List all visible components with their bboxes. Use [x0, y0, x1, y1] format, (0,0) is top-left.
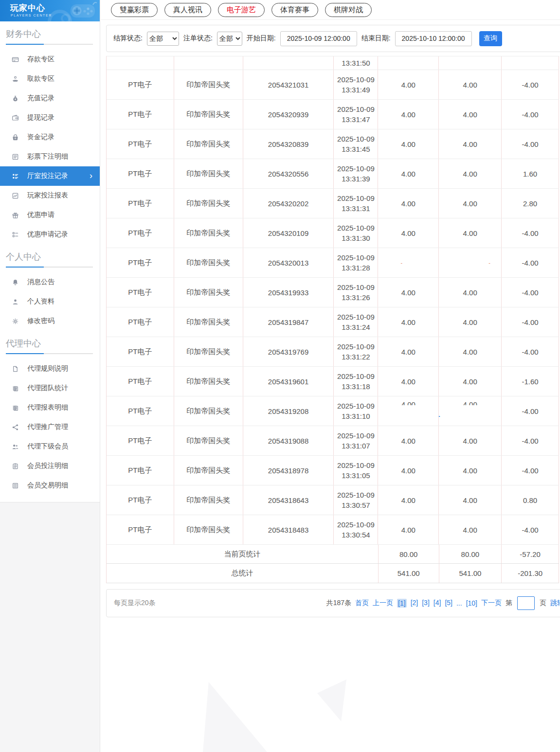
partial-time-cell: 13:31:50: [334, 56, 378, 70]
bet-amount-cell: 4.00: [378, 100, 439, 129]
sidebar-item-recharge-records[interactable]: 充值记录 ›: [0, 89, 100, 108]
sidebar-item-agent-sub-members[interactable]: 代理下级会员 ›: [0, 437, 100, 456]
time-cell: 2025-10-0913:31:10: [334, 396, 378, 426]
winloss-cell: -4.00: [502, 100, 559, 129]
sidebar-item-withdrawal-records[interactable]: 提现记录 ›: [0, 108, 100, 127]
sidebar-item-agent-team-stats[interactable]: 代理团队统计 ›: [0, 378, 100, 398]
sidebar-item-member-transactions[interactable]: 会员交易明细 ›: [0, 476, 100, 495]
order-number-cell: 2054320013: [243, 248, 334, 277]
user-icon: [11, 298, 19, 305]
settle-status-select[interactable]: 全部: [147, 32, 179, 46]
sidebar-item-agent-report-details[interactable]: 代理报表明细 ›: [0, 398, 100, 417]
first-page-link[interactable]: 首页: [355, 599, 369, 608]
time-cell: 2025-10-0913:30:54: [334, 515, 378, 544]
page-summary-row: 当前页统计 80.00 80.00 -57.20: [107, 544, 559, 564]
pagination-bar: 每页显示20条 共187条 首页 上一页 [1][2][3][4][5] ...…: [106, 589, 560, 617]
game-cell: 印加帝国头奖: [174, 307, 243, 337]
sidebar-item-agent-rules[interactable]: 代理规则说明 ›: [0, 359, 100, 378]
total-summary-valid: 541.00: [439, 564, 502, 583]
valid-amount-cell: 4.00: [439, 129, 502, 159]
table-row: PT电子 印加帝国头奖 2054319847 2025-10-0913:31:2…: [107, 307, 559, 337]
page-summary-winloss: -57.20: [502, 545, 559, 563]
report-icon: [11, 404, 19, 412]
users-icon: [11, 443, 19, 450]
sidebar-item-messages[interactable]: 消息公告 ›: [0, 272, 100, 292]
order-number-cell: 2054320109: [243, 218, 334, 248]
order-number-cell: 2054318978: [243, 456, 334, 485]
time-cell: 2025-10-0913:31:07: [334, 426, 378, 455]
tab-slots[interactable]: 电子游艺: [218, 3, 265, 17]
sidebar: 玩家中心 PLAYERS CENTER 财务中心 存款专区 › 取款专区 › 充…: [0, 0, 100, 752]
jump-page-input[interactable]: [517, 596, 535, 610]
winloss-cell: 1.60: [502, 159, 559, 188]
sidebar-item-agent-promotion[interactable]: 代理推广管理 ›: [0, 417, 100, 437]
page-link-10[interactable]: [10]: [466, 599, 477, 607]
doc-lines-icon: [11, 153, 19, 161]
order-number-cell: 2054319847: [243, 307, 334, 337]
sidebar-item-promo-apply[interactable]: 优惠申请 ›: [0, 205, 100, 225]
app-title: 玩家中心: [10, 2, 45, 14]
valid-amount-cell: 4.00: [439, 278, 502, 307]
start-date-input[interactable]: [280, 31, 357, 46]
glitch-dash: -: [439, 413, 440, 419]
clipped-value: 4.00: [463, 401, 477, 405]
sidebar-item-funds-records[interactable]: 资金记录 ›: [0, 127, 100, 147]
pager-ellipsis: ...: [456, 599, 462, 607]
card-icon: [11, 55, 19, 63]
page-link-3[interactable]: [3]: [422, 599, 430, 608]
page-link-4[interactable]: [4]: [434, 599, 441, 608]
bet-amount-cell: 4.00: [378, 337, 439, 366]
sidebar-item-withdraw-zone[interactable]: 取款专区 ›: [0, 69, 100, 89]
time-cell: 2025-10-0913:31:24: [334, 307, 378, 337]
game-cell: 印加帝国头奖: [174, 396, 243, 426]
platform-cell: PT电子: [107, 396, 174, 426]
sidebar-item-promo-apply-records[interactable]: 优惠申请记录 ›: [0, 225, 100, 244]
tab-lottery[interactable]: 雙赢彩票: [111, 3, 158, 17]
query-button[interactable]: 查询: [479, 31, 502, 46]
total-summary-label: 总统计: [107, 564, 379, 583]
valid-amount-cell: 4.00: [439, 218, 502, 248]
winloss-cell: -4.00: [502, 337, 559, 366]
winloss-cell: -1.60: [502, 367, 559, 396]
bet-amount-cell: 4.00: [378, 367, 439, 396]
page-link-5[interactable]: [5]: [445, 599, 452, 608]
bet-amount-cell: 4.00: [378, 189, 439, 218]
sidebar-item-deposit-zone[interactable]: 存款专区 ›: [0, 50, 100, 69]
purse-icon: [11, 133, 19, 141]
valid-amount-cell: 4.00: [439, 456, 502, 485]
section-underline: [6, 44, 93, 45]
tab-live-casino[interactable]: 真人视讯: [164, 3, 211, 17]
end-date-input[interactable]: [395, 31, 472, 46]
page-link-1[interactable]: [1]: [397, 599, 407, 608]
section-underline: [6, 353, 93, 354]
sidebar-item-hall-bet-records[interactable]: 厅室投注记录 ›: [0, 166, 100, 186]
platform-cell: PT电子: [107, 367, 174, 396]
page-link-2[interactable]: [2]: [411, 599, 418, 608]
jump-button[interactable]: 跳转: [550, 599, 560, 608]
table-row: PT电子 印加帝国头奖 2054318643 2025-10-0913:30:5…: [107, 485, 559, 515]
tab-board-games[interactable]: 棋牌对战: [325, 3, 372, 17]
jump-suffix: 页: [540, 599, 546, 608]
order-number-cell: 2054320556: [243, 159, 334, 188]
app-subtitle: PLAYERS CENTER: [11, 14, 52, 17]
bet-amount-cell: 4.00: [378, 70, 439, 99]
sidebar-item-member-bet-details[interactable]: 会员投注明细 ›: [0, 456, 100, 476]
order-status-select[interactable]: 全部: [217, 32, 242, 46]
time-cell: 2025-10-0913:31:47: [334, 100, 378, 129]
order-status-label: 注单状态:: [183, 34, 213, 43]
sidebar-item-lottery-bet-details[interactable]: 彩票下注明细 ›: [0, 147, 100, 166]
prev-page-link[interactable]: 上一页: [373, 599, 393, 608]
winloss-cell: -4.00: [502, 278, 559, 307]
tab-sports[interactable]: 体育赛事: [271, 3, 318, 17]
list-icon: [11, 172, 19, 180]
table-row: PT电子 印加帝国头奖 2054320109 2025-10-0913:31:3…: [107, 218, 559, 248]
sidebar-item-player-bet-report[interactable]: 玩家投注报表 ›: [0, 186, 100, 205]
platform-cell: PT电子: [107, 307, 174, 337]
game-cell: 印加帝国头奖: [174, 278, 243, 307]
platform-cell: PT电子: [107, 129, 174, 159]
order-number-cell: 2054320202: [243, 189, 334, 218]
sidebar-item-profile[interactable]: 个人资料 ›: [0, 292, 100, 311]
platform-cell: PT电子: [107, 159, 174, 188]
next-page-link[interactable]: 下一页: [481, 599, 502, 608]
sidebar-item-change-password[interactable]: 修改密码 ›: [0, 311, 100, 331]
